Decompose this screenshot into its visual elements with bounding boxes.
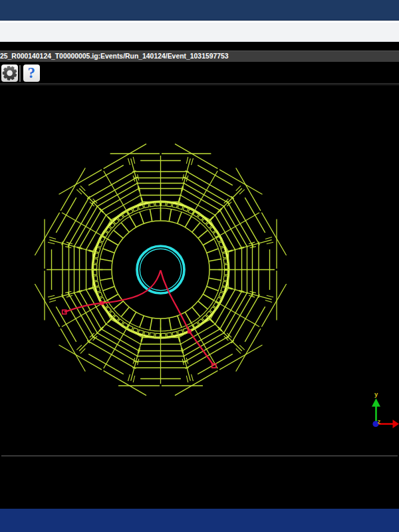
svg-text:y: y	[374, 390, 378, 398]
svg-text:z: z	[378, 418, 381, 425]
